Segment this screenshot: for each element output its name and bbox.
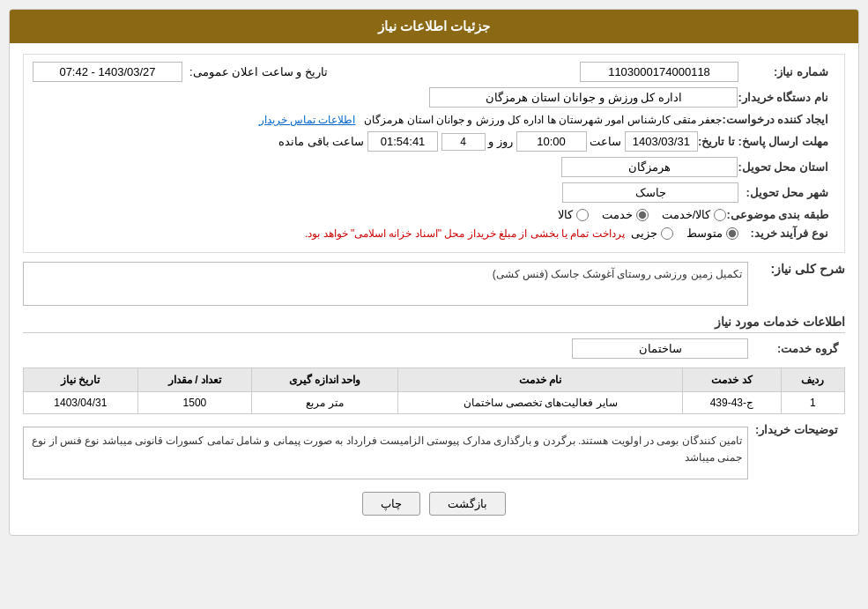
table-row: 1ج-43-439سایر فعالیت‌های تخصصی ساختمانمت… <box>24 392 845 414</box>
radio-khadamat[interactable] <box>636 209 649 221</box>
radio-jozii-item: جزیی <box>631 227 673 240</box>
tavazihat-section: توضیحات خریدار: تامین کنندگان بومی در او… <box>23 423 845 479</box>
radio-jozii-label: جزیی <box>631 227 657 240</box>
shahr-value: جاسک <box>562 182 738 203</box>
tabaqebandi-label: طبقه بندی موضوعی: <box>726 208 835 221</box>
namDastgah-value: اداره کل ورزش و جوانان استان هرمزگان <box>429 87 738 108</box>
saatBaqiMande-label: ساعت باقی مانده <box>278 135 364 148</box>
row-mohlat: مهلت ارسال پاسخ: تا تاریخ: 1403/03/31 سا… <box>33 131 835 152</box>
col-radif: ردیف <box>781 368 844 392</box>
radio-kalaKhadamat[interactable] <box>714 209 726 221</box>
col-tarikh: تاریخ نیاز <box>24 368 138 392</box>
rooz-value: 4 <box>441 133 486 151</box>
shahr-label: شهر محل تحویل: <box>738 186 835 199</box>
rooz-label: روز و <box>488 135 513 148</box>
shomareNiaz-label: شماره نیاز: <box>738 65 835 78</box>
khadamat-table-section: ردیف کد خدمت نام خدمت واحد اندازه گیری ت… <box>23 368 845 414</box>
ijadKonande-label: ایجاد کننده درخواست: <box>722 113 835 126</box>
ostan-value: هرمزگان <box>561 157 738 177</box>
etelaatTamas-link[interactable]: اطلاعات تماس خریدار <box>259 114 356 126</box>
khadamat-table: ردیف کد خدمت نام خدمت واحد اندازه گیری ت… <box>23 368 845 414</box>
sharhKoli-label: شرح کلی نیاز: <box>748 262 845 276</box>
info-section-top: شماره نیاز: 1103000174000118 تاریخ و ساع… <box>23 54 845 253</box>
radio-kala[interactable] <box>576 209 589 221</box>
shomareNiaz-value: 1103000174000118 <box>580 62 738 82</box>
row-sharhkoli: شرح کلی نیاز: تکمیل زمین ورزشی روستای آغ… <box>23 262 845 306</box>
table-cell: ج-43-439 <box>683 392 782 414</box>
print-button[interactable]: چاپ <box>362 492 420 516</box>
tarikh-label: تاریخ و ساعت اعلان عمومی: <box>189 65 328 78</box>
row-shahr: شهر محل تحویل: جاسک <box>33 182 835 203</box>
row-namdastgah: نام دستگاه خریدار: اداره کل ورزش و جوانا… <box>33 87 835 108</box>
row-shomare-tarikh: شماره نیاز: 1103000174000118 تاریخ و ساع… <box>33 62 835 82</box>
radio-kalaKhadamat-label: کالا/خدمت <box>662 208 711 221</box>
farayand-radio-group: جزیی متوسط <box>631 227 738 240</box>
date-value: 1403/03/31 <box>625 131 698 152</box>
tavazihat-value: تامین کنندگان بومی در اولویت هستند. برگر… <box>23 427 748 479</box>
noeFarayand-label: نوع فرآیند خرید: <box>738 227 835 240</box>
groohKhadamat-label: گروه خدمت: <box>748 342 845 355</box>
col-kodkhadamat: کد خدمت <box>683 368 782 392</box>
radio-kalaKhadamat-item: کالا/خدمت <box>662 208 727 221</box>
namDastgah-label: نام دستگاه خریدار: <box>738 91 835 104</box>
table-cell: 1 <box>781 392 844 414</box>
row-tavazihat: توضیحات خریدار: تامین کنندگان بومی در او… <box>23 423 845 479</box>
col-vahed: واحد اندازه گیری <box>252 368 398 392</box>
button-row: بازگشت چاپ <box>23 492 845 524</box>
row-ijad: ایجاد کننده درخواست: جعفر متقی کارشناس ا… <box>33 113 835 126</box>
row-ostan: استان محل تحویل: هرمزگان <box>33 157 835 177</box>
col-namkhadamat: نام خدمت <box>398 368 683 392</box>
table-cell: 1500 <box>137 392 252 414</box>
mohlatErsal-label: مهلت ارسال پاسخ: تا تاریخ: <box>698 135 835 148</box>
radio-kala-label: کالا <box>558 208 573 221</box>
radio-motavaset-label: متوسط <box>686 227 723 240</box>
radio-motavaset-item: متوسط <box>686 227 738 240</box>
saat-label: ساعت <box>590 135 621 148</box>
notice-text: پرداخت تمام یا بخشی از مبلغ خریداز محل "… <box>305 227 625 240</box>
card-body: شماره نیاز: 1103000174000118 تاریخ و ساع… <box>10 43 858 535</box>
page-container: جزئیات اطلاعات نیاز شماره نیاز: 11030001… <box>0 0 868 609</box>
page-title: جزئیات اطلاعات نیاز <box>10 10 858 43</box>
back-button[interactable]: بازگشت <box>429 492 506 516</box>
main-card: جزئیات اطلاعات نیاز شماره نیاز: 11030001… <box>9 9 859 536</box>
ostan-label: استان محل تحویل: <box>738 160 835 174</box>
tarikh-value: 1403/03/27 - 07:42 <box>33 62 182 82</box>
radio-motavaset[interactable] <box>726 227 738 240</box>
radio-kala-item: کالا <box>558 208 589 221</box>
row-grooh: گروه خدمت: ساختمان <box>23 338 845 359</box>
saat-value: 10:00 <box>516 131 587 152</box>
radio-khadamat-label: خدمت <box>602 208 633 221</box>
khadamat-section-title: اطلاعات خدمات مورد نیاز <box>23 315 845 333</box>
groohKhadamat-value: ساختمان <box>572 338 748 359</box>
tavazihat-label: توضیحات خریدار: <box>748 423 845 436</box>
radio-khadamat-item: خدمت <box>602 208 649 221</box>
row-noefaayand: نوع فرآیند خرید: جزیی متوسط پرداخت تمام … <box>33 227 835 240</box>
ijadKonande-value: جعفر متقی کارشناس امور شهرستان ها اداره … <box>33 114 722 126</box>
radio-jozii[interactable] <box>661 227 673 240</box>
row-tabaqebandi: طبقه بندی موضوعی: کالا خدمت کالا/خدمت <box>33 208 835 221</box>
table-cell: متر مربع <box>252 392 398 414</box>
table-cell: سایر فعالیت‌های تخصصی ساختمان <box>398 392 683 414</box>
saatBaqi-value: 01:54:41 <box>367 131 438 152</box>
sharhKoli-value: تکمیل زمین ورزشی روستای آغوشک جاسک (فنس … <box>23 262 748 306</box>
table-cell: 1403/04/31 <box>24 392 138 414</box>
tabaqebandi-radio-group: کالا خدمت کالا/خدمت <box>558 208 727 221</box>
col-tedad: تعداد / مقدار <box>137 368 252 392</box>
